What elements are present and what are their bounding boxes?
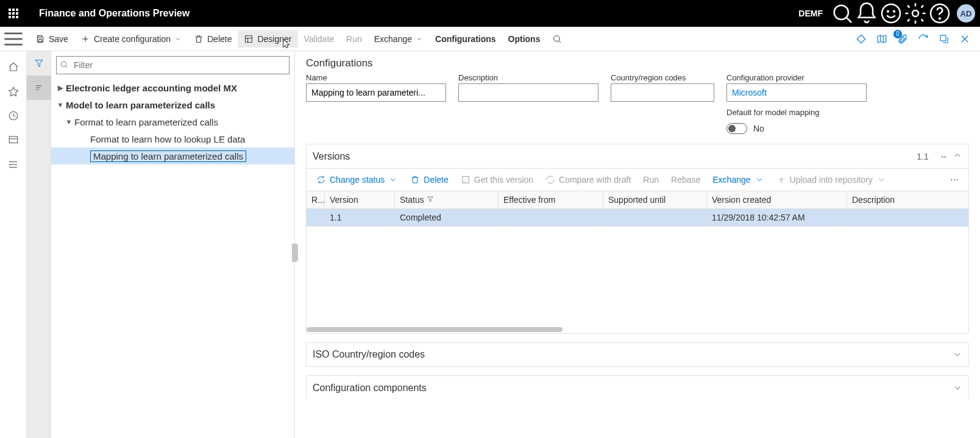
options-label: Options: [508, 34, 541, 44]
grid-row[interactable]: 1.1 Completed 11/29/2018 10:42:57 AM: [307, 209, 968, 227]
svg-point-5: [912, 10, 918, 16]
tree-filter-input[interactable]: [56, 56, 289, 74]
validate-button[interactable]: Validate: [298, 30, 341, 48]
components-fasttab[interactable]: Configuration components: [306, 375, 969, 400]
workspaces-icon[interactable]: [0, 128, 27, 152]
svg-point-32: [9, 161, 10, 162]
col-mark[interactable]: R...: [307, 191, 325, 208]
modules-icon[interactable]: [0, 152, 27, 177]
tree-node-selected[interactable]: Mapping to learn parameterized calls: [51, 147, 294, 164]
favorite-icon[interactable]: [0, 79, 27, 104]
search-icon[interactable]: [830, 0, 854, 27]
run-button[interactable]: Run: [340, 30, 368, 48]
bell-icon[interactable]: [854, 0, 879, 27]
recent-icon[interactable]: [0, 104, 27, 128]
grid-header: R... Version Status Effective from Suppo…: [307, 191, 968, 209]
tree-node[interactable]: ▼ Model to learn parameterized calls: [51, 96, 294, 113]
svg-rect-22: [940, 35, 946, 41]
attachments-button[interactable]: 0: [892, 29, 913, 49]
version-exchange-button[interactable]: Exchange: [708, 172, 769, 187]
nav-pane-toggle[interactable]: [0, 27, 27, 51]
gear-icon[interactable]: [903, 0, 928, 27]
default-mapping-toggle[interactable]: [726, 123, 747, 134]
refresh-icon: [545, 175, 555, 185]
user-avatar[interactable]: AD: [957, 4, 975, 23]
section-title: Configurations: [306, 51, 969, 73]
horizontal-scrollbar[interactable]: [307, 327, 968, 333]
popout-button[interactable]: [934, 29, 954, 49]
map-icon[interactable]: [872, 29, 892, 49]
chevron-down-icon: [388, 175, 398, 185]
refresh-button[interactable]: [913, 29, 934, 49]
version-delete-button[interactable]: Delete: [405, 172, 453, 187]
tree-node-label: Format to learn how to lookup LE data: [90, 134, 245, 144]
create-config-label: Create configuration: [94, 34, 171, 44]
configuration-tree[interactable]: ▶ Electronic ledger accounting model MX …: [51, 79, 294, 438]
scrollbar-thumb[interactable]: [307, 327, 563, 332]
col-status[interactable]: Status: [395, 191, 499, 208]
versions-fasttab-header[interactable]: Versions 1.1 --: [307, 144, 968, 169]
tree-node-label: Electronic ledger accounting model MX: [66, 83, 237, 93]
page-search-button[interactable]: [546, 30, 568, 48]
company-code[interactable]: DEMF: [791, 9, 830, 18]
svg-point-0: [834, 5, 848, 19]
iso-country-fasttab[interactable]: ISO Country/region codes: [306, 342, 969, 367]
cell-status[interactable]: Completed: [395, 209, 499, 226]
create-configuration-button[interactable]: Create configuration: [74, 30, 188, 48]
smile-icon[interactable]: [879, 0, 903, 27]
upload-label: Upload into repository: [790, 175, 873, 185]
app-launcher-button[interactable]: [0, 0, 27, 27]
configurations-tab[interactable]: Configurations: [429, 30, 502, 48]
options-tab[interactable]: Options: [502, 30, 547, 48]
chevron-down-icon: [416, 35, 423, 43]
versions-summary-version: 1.1: [911, 152, 934, 161]
versions-summary-dash: --: [935, 152, 953, 161]
more-actions-button[interactable]: ⋯: [945, 172, 964, 187]
description-field[interactable]: [458, 83, 598, 102]
cell-version[interactable]: 1.1: [325, 209, 395, 226]
close-button[interactable]: [954, 29, 975, 49]
cell-description[interactable]: [847, 209, 968, 226]
col-effective[interactable]: Effective from: [499, 191, 603, 208]
svg-rect-14: [246, 35, 252, 42]
configuration-tree-pane: ▶ Electronic ledger accounting model MX …: [51, 51, 295, 438]
attachments-badge: 0: [893, 30, 902, 38]
tree-node[interactable]: ▶ Electronic ledger accounting model MX: [51, 79, 294, 96]
save-button[interactable]: Save: [29, 30, 74, 48]
chevron-down-icon: [953, 383, 962, 393]
country-field[interactable]: [611, 83, 714, 102]
name-field[interactable]: [306, 83, 446, 102]
tree-node[interactable]: ▼ Format to learn parameterized calls: [51, 113, 294, 130]
change-status-button[interactable]: Change status: [311, 172, 403, 187]
cell-supported[interactable]: [603, 209, 707, 226]
svg-line-18: [559, 40, 561, 42]
tree-node[interactable]: Format to learn how to lookup LE data: [51, 130, 294, 147]
col-created[interactable]: Version created: [707, 191, 847, 208]
home-icon[interactable]: [0, 55, 27, 79]
versions-grid: R... Version Status Effective from Suppo…: [307, 191, 968, 333]
diamond-icon[interactable]: [851, 29, 872, 49]
funnel-icon[interactable]: [27, 51, 51, 76]
tree-node-label: Model to learn parameterized calls: [66, 100, 215, 110]
delete-button[interactable]: Delete: [188, 30, 238, 48]
svg-point-2: [882, 4, 900, 23]
help-icon[interactable]: [928, 0, 952, 27]
provider-field[interactable]: [726, 83, 867, 102]
col-supported[interactable]: Supported until: [603, 191, 707, 208]
trash-icon: [410, 175, 420, 185]
collapse-icon[interactable]: ▼: [55, 101, 66, 108]
col-version[interactable]: Version: [325, 191, 395, 208]
detail-pane: Configurations Name Description Country/…: [295, 51, 980, 438]
cell-effective[interactable]: [499, 209, 603, 226]
splitter-handle[interactable]: [292, 244, 298, 262]
cell-mark[interactable]: [307, 209, 325, 226]
svg-point-34: [9, 167, 10, 168]
collapse-icon[interactable]: ▼: [63, 118, 74, 125]
expand-icon[interactable]: ▶: [55, 84, 66, 92]
list-filter-toggle[interactable]: [27, 76, 51, 100]
funnel-icon[interactable]: [424, 195, 434, 205]
designer-button[interactable]: Designer: [238, 30, 297, 48]
col-description[interactable]: Description: [847, 191, 968, 208]
cell-created[interactable]: 11/29/2018 10:42:57 AM: [707, 209, 847, 226]
exchange-button[interactable]: Exchange: [368, 30, 429, 48]
